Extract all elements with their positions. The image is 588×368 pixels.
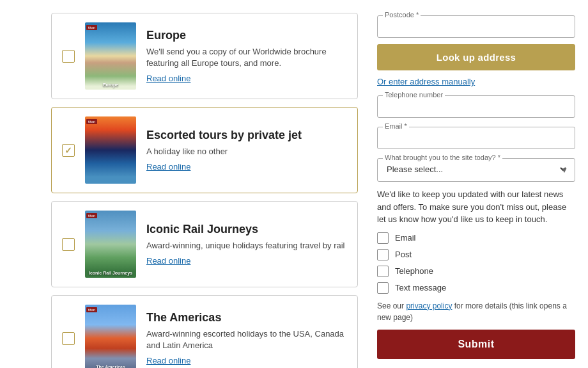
contact-post-row: Post <box>377 249 575 260</box>
rail-desc: Award-winning, unique holidays featuring… <box>146 240 347 252</box>
americas-desc: Award-winning escorted holidays to the U… <box>146 328 347 351</box>
checkbox-wrap-europe[interactable] <box>62 50 75 63</box>
source-label: What brought you to the site today? * <box>383 154 502 161</box>
contact-email-row: Email <box>377 232 575 244</box>
americas-title: The Americas <box>146 311 347 324</box>
contact-text-checkbox[interactable] <box>377 282 389 294</box>
postcode-input[interactable] <box>384 19 568 33</box>
privacy-text: See our privacy policy for more details … <box>377 300 575 323</box>
europe-info: Europe We'll send you a copy of our Worl… <box>146 29 347 83</box>
brochure-image-jet: titan <box>85 116 136 184</box>
checkbox-rail[interactable] <box>62 238 75 251</box>
americas-read-online[interactable]: Read online <box>146 356 190 365</box>
postcode-label: Postcode * <box>383 11 421 19</box>
brochure-card-rail: titan Iconic Rail Journeys Iconic Rail J… <box>51 201 358 287</box>
europe-read-online[interactable]: Read online <box>146 74 190 83</box>
rail-read-online[interactable]: Read online <box>146 256 190 266</box>
rail-title: Iconic Rail Journeys <box>146 223 347 236</box>
jet-image-bg: titan <box>85 116 136 184</box>
contact-email-checkbox[interactable] <box>377 232 389 244</box>
titan-badge-americas: titan <box>86 307 97 312</box>
lookup-address-button[interactable]: Look up address <box>377 44 575 70</box>
contact-preference-group: Email Post Telephone Text message <box>377 232 575 294</box>
contact-info-text: We'd like to keep you updated with our l… <box>377 188 575 226</box>
submit-button[interactable]: Submit <box>377 330 575 359</box>
jet-read-online[interactable]: Read online <box>146 162 190 172</box>
checkbox-wrap-rail[interactable] <box>62 238 75 251</box>
checkbox-wrap-americas[interactable] <box>62 332 75 345</box>
titan-badge-europe: titan <box>86 25 97 30</box>
jet-desc: A holiday like no other <box>146 146 347 157</box>
checkbox-wrap-jet[interactable] <box>62 144 75 157</box>
checkbox-jet[interactable] <box>62 144 75 157</box>
jet-title: Escorted tours by private jet <box>146 129 347 142</box>
phone-field-wrapper: Telephone number <box>377 95 575 118</box>
americas-info: The Americas Award-winning escorted holi… <box>146 311 347 365</box>
rail-image-bg: titan Iconic Rail Journeys <box>85 211 136 278</box>
phone-input[interactable] <box>384 99 568 113</box>
contact-telephone-checkbox[interactable] <box>377 266 389 277</box>
contact-text-label: Text message <box>395 283 446 292</box>
contact-telephone-row: Telephone <box>377 266 575 277</box>
brochure-card-europe: titan Europe Europe We'll send you a cop… <box>51 13 358 99</box>
brochure-list: titan Europe Europe We'll send you a cop… <box>0 6 371 368</box>
americas-image-bg: titan The Americas <box>85 305 136 368</box>
rail-img-label: Iconic Rail Journeys <box>86 271 135 275</box>
checkbox-europe[interactable] <box>62 50 75 63</box>
privacy-policy-link[interactable]: privacy policy <box>406 301 452 310</box>
europe-image-bg: titan Europe <box>85 22 136 90</box>
titan-badge-rail: titan <box>86 213 97 218</box>
contact-email-label: Email <box>395 233 416 243</box>
privacy-pre: See our <box>377 301 406 310</box>
europe-img-label: Europe <box>86 83 135 87</box>
source-select[interactable]: Please select... Search engine Social me… <box>384 161 568 177</box>
contact-text-row: Text message <box>377 282 575 294</box>
brochure-image-europe: titan Europe <box>85 22 136 90</box>
phone-label: Telephone number <box>383 91 445 99</box>
contact-telephone-label: Telephone <box>395 266 433 276</box>
europe-title: Europe <box>146 29 347 42</box>
jet-info: Escorted tours by private jet A holiday … <box>146 129 347 172</box>
email-label: Email * <box>383 122 409 130</box>
europe-desc: We'll send you a copy of our Worldwide b… <box>146 46 347 69</box>
americas-img-label: The Americas <box>86 365 135 368</box>
rail-info: Iconic Rail Journeys Award-winning, uniq… <box>146 223 347 266</box>
contact-post-label: Post <box>395 250 412 259</box>
brochure-image-rail: titan Iconic Rail Journeys <box>85 211 136 278</box>
brochure-card-americas: titan The Americas The Americas Award-wi… <box>51 295 358 368</box>
titan-badge-jet: titan <box>86 119 97 124</box>
postcode-field-wrapper: Postcode * <box>377 15 575 38</box>
source-field-wrapper: What brought you to the site today? * Pl… <box>377 158 575 182</box>
email-input[interactable] <box>384 130 568 145</box>
right-form-panel: Postcode * Look up address Or enter addr… <box>371 6 588 368</box>
brochure-card-jet: titan Escorted tours by private jet A ho… <box>51 107 358 193</box>
checkbox-americas[interactable] <box>62 332 75 345</box>
email-field-wrapper: Email * <box>377 127 575 149</box>
manual-address-link[interactable]: Or enter address manually <box>377 77 575 86</box>
brochure-image-americas: titan The Americas <box>85 305 136 368</box>
contact-post-checkbox[interactable] <box>377 249 389 260</box>
